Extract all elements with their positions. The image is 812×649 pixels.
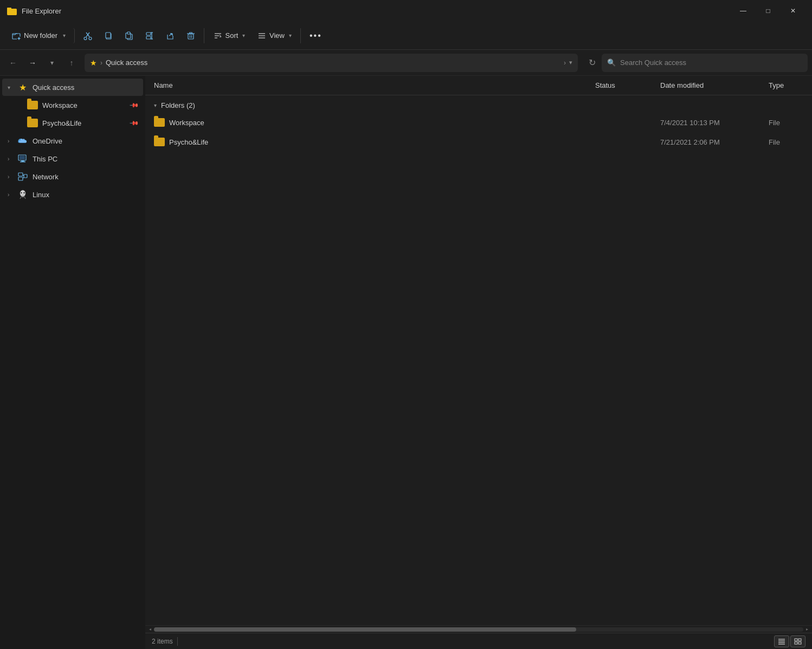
search-icon: 🔍 <box>607 59 616 67</box>
copy-button[interactable] <box>99 28 118 43</box>
psycholife-file-type: File <box>764 138 808 146</box>
svg-rect-12 <box>106 33 111 38</box>
share-button[interactable] <box>160 28 180 43</box>
horizontal-scrollbar[interactable]: ◂ ▸ <box>145 625 812 633</box>
share-icon <box>166 31 175 40</box>
svg-point-10 <box>89 37 92 40</box>
scroll-right-button[interactable]: ▸ <box>803 626 811 633</box>
folders-section-label: Folders (2) <box>161 101 195 109</box>
view-toggle <box>774 635 805 647</box>
sidebar-item-workspace[interactable]: ▾ Workspace 📌 <box>2 96 143 114</box>
svg-rect-49 <box>798 639 801 641</box>
svg-rect-2 <box>7 9 17 15</box>
status-bar: 2 items <box>145 633 812 649</box>
col-date-header[interactable]: Date modified <box>656 76 764 95</box>
search-placeholder: Search Quick access <box>620 59 686 67</box>
address-star-icon: ★ <box>90 59 97 67</box>
quick-access-chevron: ▾ <box>8 85 16 90</box>
file-item-psycholife[interactable]: Psycho&Life 7/21/2021 2:06 PM File <box>145 132 812 152</box>
col-type-header[interactable]: Type <box>764 76 808 95</box>
network-icon <box>17 171 28 182</box>
svg-rect-48 <box>795 639 797 641</box>
sidebar-item-quick-access[interactable]: ▾ ★ Quick access <box>2 79 143 96</box>
workspace-file-label: Workspace <box>169 119 204 127</box>
folders-section-header[interactable]: ▾ Folders (2) <box>145 98 812 113</box>
folders-chevron: ▾ <box>154 102 157 108</box>
view-chevron: ▾ <box>289 33 292 38</box>
workspace-label: Workspace <box>42 101 78 109</box>
sidebar-item-psycholife[interactable]: ▾ Psycho&Life 📌 <box>2 114 143 132</box>
file-item-workspace[interactable]: Workspace 7/4/2021 10:13 PM File <box>145 113 812 132</box>
linux-chevron: › <box>8 192 16 198</box>
col-status-header[interactable]: Status <box>591 76 656 95</box>
title-bar: File Explorer — □ ✕ <box>0 0 812 22</box>
sort-label: Sort <box>225 31 239 40</box>
cut-button[interactable] <box>78 28 98 43</box>
item-count: 2 items <box>152 638 173 645</box>
main-layout: ▾ ★ Quick access ▾ Workspace 📌 ▾ Psycho&… <box>0 76 812 649</box>
view-button[interactable]: View ▾ <box>252 28 297 43</box>
scroll-track[interactable] <box>154 627 803 632</box>
up-button[interactable]: ↑ <box>63 54 80 72</box>
psycholife-file-name: Psycho&Life <box>150 138 591 146</box>
svg-rect-38 <box>24 174 27 178</box>
scroll-thumb[interactable] <box>154 627 576 632</box>
workspace-file-date: 7/4/2021 10:13 PM <box>656 119 764 127</box>
psycholife-pin-icon: 📌 <box>128 118 139 128</box>
view-label: View <box>269 31 285 40</box>
new-folder-chevron[interactable]: ▾ <box>63 33 66 38</box>
col-name-header[interactable]: Name <box>150 76 591 95</box>
address-bar[interactable]: ★ › Quick access › ▾ <box>85 54 578 72</box>
view-icon <box>257 31 266 40</box>
svg-rect-34 <box>20 156 25 160</box>
window-controls: — □ ✕ <box>731 3 805 19</box>
thispc-label: This PC <box>33 155 57 163</box>
maximize-button[interactable]: □ <box>756 3 781 19</box>
cut-icon <box>83 31 92 40</box>
content-area: Name Status Date modified Type ▾ Folders… <box>145 76 812 649</box>
more-button[interactable]: ••• <box>304 28 327 44</box>
toolbar-separator-2 <box>300 28 301 43</box>
sidebar-item-linux[interactable]: › Linux <box>2 186 143 203</box>
sort-button[interactable]: Sort ▾ <box>208 28 251 43</box>
workspace-pin-icon: 📌 <box>128 100 139 110</box>
sidebar-item-thispc[interactable]: › This PC <box>2 150 143 167</box>
address-sep-2: › <box>564 59 566 67</box>
copy-icon <box>104 31 113 40</box>
sidebar-item-network[interactable]: › Network <box>2 168 143 185</box>
rename-icon <box>145 31 154 40</box>
paste-icon <box>125 31 133 40</box>
svg-rect-35 <box>20 161 25 163</box>
forward-button[interactable]: → <box>24 54 41 72</box>
address-dropdown-icon[interactable]: ▾ <box>569 59 572 66</box>
thispc-icon <box>17 153 28 164</box>
svg-point-43 <box>23 192 24 193</box>
recent-button[interactable]: ▾ <box>43 54 61 72</box>
toolbar: New folder ▾ <box>0 22 812 50</box>
new-folder-button[interactable]: New folder ▾ <box>4 28 75 43</box>
nav-bar: ← → ▾ ↑ ★ › Quick access › ▾ ↻ 🔍 Search … <box>0 50 812 76</box>
back-button[interactable]: ← <box>4 54 22 72</box>
tiles-view-button[interactable] <box>790 635 805 647</box>
app-icon <box>7 5 17 16</box>
svg-rect-24 <box>190 33 192 34</box>
scroll-left-button[interactable]: ◂ <box>146 626 154 633</box>
close-button[interactable]: ✕ <box>781 3 805 19</box>
svg-rect-18 <box>146 36 151 39</box>
psycholife-file-icon <box>154 138 165 146</box>
delete-icon <box>186 31 195 40</box>
delete-button[interactable] <box>181 28 201 43</box>
sidebar-item-onedrive[interactable]: › OneDrive <box>2 132 143 150</box>
refresh-button[interactable]: ↻ <box>584 55 600 70</box>
svg-rect-17 <box>146 33 151 35</box>
paste-button[interactable] <box>119 28 139 43</box>
svg-rect-37 <box>18 177 23 180</box>
details-view-button[interactable] <box>774 635 789 647</box>
rename-button[interactable] <box>140 28 159 43</box>
new-folder-label: New folder <box>24 31 57 40</box>
minimize-button[interactable]: — <box>731 3 756 19</box>
search-bar[interactable]: 🔍 Search Quick access <box>602 54 808 72</box>
workspace-file-type: File <box>764 119 808 127</box>
svg-rect-36 <box>18 173 23 176</box>
toolbar-separator <box>204 28 204 43</box>
